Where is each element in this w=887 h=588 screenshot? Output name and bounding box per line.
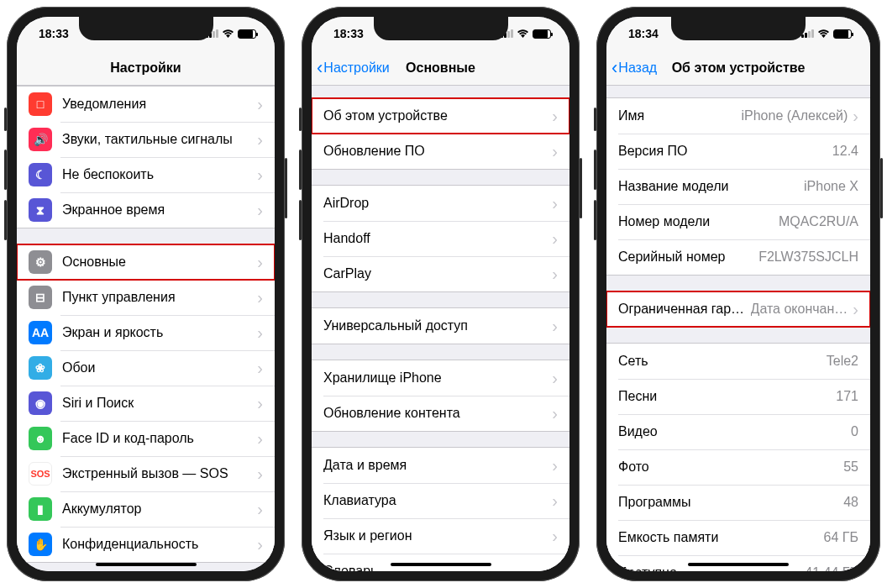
row-value: 64 ГБ [824,530,858,545]
row-label: Серийный номер [618,249,753,265]
row-label: Обои [62,360,252,375]
row-label: Фото [618,459,838,475]
row-label: Обновление контента [323,406,547,421]
info-row: Фото55 [606,449,870,485]
general-icon: ⚙ [29,250,52,274]
settings-row[interactable]: Универсальный доступ› [312,308,569,344]
settings-row[interactable]: ▮Аккумулятор› [17,491,275,527]
chevron-right-icon: › [552,370,558,386]
settings-row[interactable]: ⊟Пункт управления› [17,280,275,315]
phone-about: 18:34 ‹ Назад Об этом устройстве ИмяiPho… [596,7,880,581]
settings-row[interactable]: Об этом устройстве› [312,98,569,134]
status-time: 18:34 [628,27,659,40]
phone-general: 18:33 ‹ Настройки Основные Об этом устро… [302,7,580,581]
settings-row[interactable]: AirDrop› [312,186,569,221]
row-label: Версия ПО [618,144,827,159]
home-indicator[interactable] [391,563,491,566]
settings-row[interactable]: ⧗Экранное время› [17,192,275,228]
info-row: Версия ПО12.4 [606,134,870,169]
row-label: Основные [62,255,252,270]
page-title: Основные [406,60,475,76]
settings-row[interactable]: AAЭкран и яркость› [17,315,275,350]
home-indicator[interactable] [96,563,197,566]
chevron-right-icon: › [257,202,263,218]
settings-row[interactable]: 🔊Звуки, тактильные сигналы› [17,122,275,157]
row-label: Язык и регион [323,528,547,543]
group-general: ⚙Основные›⊟Пункт управления›AAЭкран и яр… [17,244,275,563]
back-label: Настройки [323,60,389,76]
phone-settings-root: 18:33 Настройки □Уведомления›🔊Звуки, так… [7,7,285,581]
chevron-right-icon: › [552,143,558,160]
row-value: F2LW375SJCLH [758,249,858,265]
settings-row[interactable]: Язык и регион› [312,518,569,554]
info-row: Песни171 [606,379,870,414]
group-device-info: ИмяiPhone (Алексей)›Версия ПО12.4Названи… [606,97,870,276]
group-warranty: Ограниченная гарантияДата окончан…› [606,291,870,328]
sounds-icon: 🔊 [29,128,52,151]
row-label: Доступно [618,565,800,571]
home-indicator[interactable] [688,563,789,566]
info-row: Название моделиiPhone X [606,169,870,204]
chevron-right-icon: › [552,563,558,571]
chevron-right-icon: › [257,430,263,447]
chevron-right-icon: › [257,131,263,148]
group-storage: Хранилище iPhone›Обновление контента› [312,360,569,432]
back-button[interactable]: ‹ Назад [611,50,657,85]
row-label: Экран и яркость [62,325,252,340]
row-label: Siri и Поиск [62,396,252,411]
row-label: Сеть [618,354,821,369]
settings-row[interactable]: □Уведомления› [17,87,275,122]
row-label: Звуки, тактильные сигналы [62,132,252,147]
group-datetime: Дата и время›Клавиатура›Язык и регион›Сл… [312,447,569,571]
status-time: 18:33 [333,27,364,40]
info-row[interactable]: ИмяiPhone (Алексей)› [606,98,870,134]
battery-icon [238,29,256,39]
chevron-right-icon: › [257,536,263,553]
notch [671,17,806,40]
settings-row[interactable]: Клавиатура› [312,483,569,518]
settings-row[interactable]: ◉Siri и Поиск› [17,386,275,421]
row-value: Tele2 [827,354,858,369]
general-list[interactable]: Об этом устройстве›Обновление ПО› AirDro… [312,86,569,571]
chevron-right-icon: › [257,96,263,113]
settings-row[interactable]: Хранилище iPhone› [312,360,569,396]
settings-row[interactable]: Дата и время› [312,448,569,483]
group-notifications: □Уведомления›🔊Звуки, тактильные сигналы›… [17,86,275,228]
settings-row[interactable]: Handoff› [312,221,569,256]
chevron-left-icon: ‹ [611,59,617,77]
settings-row[interactable]: ☻Face ID и код-пароль› [17,421,275,456]
settings-row[interactable]: ☾Не беспокоить› [17,157,275,192]
wallpaper-icon: ❀ [29,356,52,380]
navbar: ‹ Настройки Основные [312,50,569,86]
chevron-right-icon: › [257,360,263,376]
row-label: Handoff [323,231,547,246]
battery-icon [833,29,852,39]
faceid-icon: ☻ [29,427,52,450]
notifications-icon: □ [29,92,52,116]
chevron-left-icon: ‹ [317,59,323,77]
settings-list[interactable]: □Уведомления›🔊Звуки, тактильные сигналы›… [17,86,275,571]
chevron-right-icon: › [552,318,558,334]
settings-row[interactable]: SOSЭкстренный вызов — SOS› [17,456,275,491]
row-label: Экстренный вызов — SOS [62,466,252,481]
settings-row[interactable]: ⚙Основные› [17,244,275,280]
siri-icon: ◉ [29,391,52,415]
group-accessibility: Универсальный доступ› [312,307,569,344]
settings-row[interactable]: Обновление контента› [312,396,569,431]
settings-row[interactable]: CarPlay› [312,256,569,291]
settings-row[interactable]: Обновление ПО› [312,134,569,169]
chevron-right-icon: › [853,301,858,318]
row-label: Песни [618,389,831,404]
back-button[interactable]: ‹ Настройки [317,50,390,85]
info-row: Серийный номерF2LW375SJCLH [606,239,870,275]
settings-row[interactable]: ✋Конфиденциальность› [17,527,275,562]
row-label: Хранилище iPhone [323,370,547,386]
notch [79,17,213,40]
group-stats: СетьTele2Песни171Видео0Фото55Программы48… [606,343,870,571]
chevron-right-icon: › [257,395,263,412]
about-list[interactable]: ИмяiPhone (Алексей)›Версия ПО12.4Названи… [606,86,870,571]
info-row[interactable]: Ограниченная гарантияДата окончан…› [606,291,870,327]
chevron-right-icon: › [552,405,558,422]
row-label: Емкость памяти [618,530,819,545]
settings-row[interactable]: ❀Обои› [17,350,275,386]
